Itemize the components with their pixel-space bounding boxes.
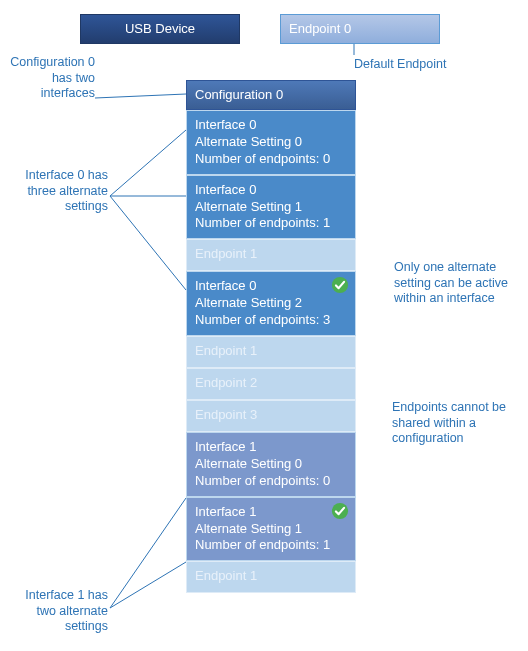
usb-device-label: USB Device [125, 21, 195, 36]
configuration-block: Configuration 0 [186, 80, 356, 110]
interface1-block: Interface 1Alternate Setting 1Number of … [186, 497, 356, 562]
endpoint-block: Endpoint 3 [186, 400, 356, 432]
endpoint-label: Endpoint 1 [195, 343, 257, 358]
interface-line: Interface 0 [195, 182, 347, 199]
interface-line: Interface 1 [195, 439, 347, 456]
endpoint-block: Endpoint 1 [186, 561, 356, 593]
endpoint-label: Endpoint 1 [195, 246, 257, 261]
interface0-block: Interface 0Alternate Setting 2Number of … [186, 271, 356, 336]
interface-line: Number of endpoints: 3 [195, 312, 347, 329]
annot-iface1-two-alt: Interface 1 has two alternate settings [10, 588, 108, 635]
svg-line-4 [110, 130, 186, 196]
descriptor-stack: Configuration 0 Interface 0Alternate Set… [186, 80, 356, 593]
interface-line: Number of endpoints: 1 [195, 215, 347, 232]
endpoint-label: Endpoint 3 [195, 407, 257, 422]
endpoint-block: Endpoint 2 [186, 368, 356, 400]
interface-line: Alternate Setting 0 [195, 134, 347, 151]
endpoint-block: Endpoint 1 [186, 239, 356, 271]
svg-line-6 [110, 196, 186, 290]
svg-line-8 [110, 562, 186, 608]
endpoint-label: Endpoint 2 [195, 375, 257, 390]
endpoint0-label: Endpoint 0 [289, 21, 351, 36]
interface-line: Alternate Setting 2 [195, 295, 347, 312]
svg-line-3 [95, 94, 186, 98]
annot-endpoints-not-shared: Endpoints cannot be shared within a conf… [392, 400, 517, 447]
endpoint0-header: Endpoint 0 [280, 14, 440, 44]
endpoint-block: Endpoint 1 [186, 336, 356, 368]
usb-device-header: USB Device [80, 14, 240, 44]
interface-line: Interface 0 [195, 278, 347, 295]
svg-line-7 [110, 498, 186, 608]
annot-only-one-active: Only one alternate setting can be active… [394, 260, 514, 307]
interface-line: Alternate Setting 1 [195, 521, 347, 538]
checkmark-icon [331, 502, 349, 520]
interface-line: Alternate Setting 1 [195, 199, 347, 216]
interface0-block: Interface 0Alternate Setting 0Number of … [186, 110, 356, 175]
interface1-block: Interface 1Alternate Setting 0Number of … [186, 432, 356, 497]
annot-default-endpoint: Default Endpoint [354, 57, 474, 73]
interface-line: Interface 0 [195, 117, 347, 134]
interface-line: Number of endpoints: 0 [195, 473, 347, 490]
annot-iface0-three-alt: Interface 0 has three alternate settings [10, 168, 108, 215]
checkmark-icon [331, 276, 349, 294]
interface-line: Number of endpoints: 0 [195, 151, 347, 168]
annot-config-two-interfaces: Configuration 0 has two interfaces [10, 55, 95, 102]
endpoint-label: Endpoint 1 [195, 568, 257, 583]
interface-line: Alternate Setting 0 [195, 456, 347, 473]
interface0-block: Interface 0Alternate Setting 1Number of … [186, 175, 356, 240]
interface-line: Number of endpoints: 1 [195, 537, 347, 554]
interface-line: Interface 1 [195, 504, 347, 521]
configuration-title: Configuration 0 [195, 87, 283, 102]
